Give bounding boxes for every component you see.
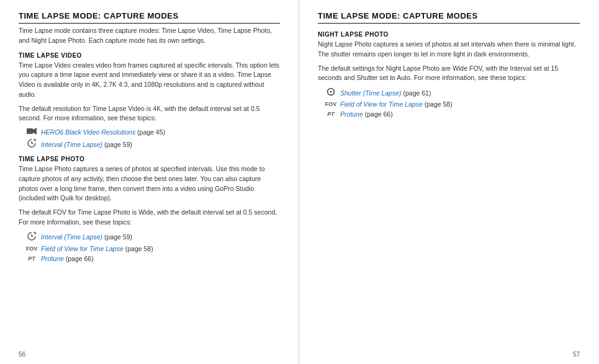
interval-icon — [25, 139, 38, 149]
interval-icon-2 — [25, 232, 38, 242]
topic-protune-nlp: PT Protune (page 66) — [324, 110, 580, 118]
topic-shutter-nlp-page: (page 61) — [403, 89, 431, 97]
topic-hero6-resolutions: HERO6 Black Video Resolutions (page 45) — [25, 128, 280, 136]
topic-interval-tlp: Interval (Time Lapse) (page 59) — [25, 232, 280, 242]
section-time-lapse-photo: TIME LAPSE PHOTO — [19, 156, 280, 162]
tlp-topics: Interval (Time Lapse) (page 59) FOV Fiel… — [25, 232, 280, 262]
tlv-para-1: Time Lapse Video creates video from fram… — [19, 61, 280, 100]
fov-icon: FOV — [25, 246, 38, 252]
right-page-title: TIME LAPSE MODE: CAPTURE MODES — [318, 11, 580, 24]
topic-fov-nlp-link[interactable]: Field of View for Time Lapse — [340, 100, 423, 108]
svg-rect-0 — [27, 128, 33, 134]
topic-shutter-nlp: Shutter (Time Lapse) (page 61) — [324, 87, 580, 98]
topic-interval-tlp-page: (page 59) — [104, 233, 132, 241]
svg-marker-1 — [33, 128, 37, 135]
left-intro-text: Time Lapse mode contains three capture m… — [19, 26, 280, 46]
topic-interval-tlv: Interval (Time Lapse) (page 59) — [25, 139, 280, 149]
topic-hero6-link[interactable]: HERO6 Black Video Resolutions — [41, 128, 135, 136]
nlp-topics: Shutter (Time Lapse) (page 61) FOV Field… — [324, 87, 580, 118]
left-page-title: TIME LAPSE MODE: CAPTURE MODES — [19, 11, 280, 24]
topic-fov-tlp: FOV Field of View for Time Lapse (page 5… — [25, 245, 280, 252]
topic-protune-tlp-page: (page 66) — [66, 255, 94, 262]
topic-interval-tlv-page: (page 59) — [104, 141, 132, 148]
topic-protune-nlp-link[interactable]: Protune — [340, 110, 363, 118]
svg-point-3 — [330, 91, 332, 93]
nlp-para-2: The default settings for Night Lapse Pho… — [318, 64, 580, 84]
topic-interval-tlp-link[interactable]: Interval (Time Lapse) — [41, 233, 102, 241]
fov-icon-2: FOV — [324, 101, 338, 107]
topic-fov-nlp: FOV Field of View for Time Lapse (page 5… — [324, 100, 580, 108]
protune-icon: PT — [25, 255, 38, 262]
topic-interval-tlv-link[interactable]: Interval (Time Lapse) — [41, 141, 102, 148]
left-page-number: 56 — [19, 351, 25, 358]
tlv-para-2: The default resolution for Time Lapse Vi… — [19, 104, 280, 124]
right-page-number: 57 — [573, 351, 580, 358]
left-page: TIME LAPSE MODE: CAPTURE MODES Time Laps… — [0, 0, 299, 364]
topic-shutter-nlp-link[interactable]: Shutter (Time Lapse) — [340, 89, 402, 97]
tlp-para-1: Time Lapse Photo captures a series of ph… — [19, 164, 280, 203]
topic-protune-nlp-page: (page 66) — [365, 110, 393, 118]
right-page: TIME LAPSE MODE: CAPTURE MODES NIGHT LAP… — [299, 0, 598, 364]
protune-icon-2: PT — [324, 111, 338, 117]
section-night-lapse-photo: NIGHT LAPSE PHOTO — [318, 31, 580, 38]
shutter-icon — [324, 87, 338, 98]
topic-hero6-page: (page 45) — [137, 128, 165, 136]
topic-protune-tlp-link[interactable]: Protune — [41, 255, 64, 262]
tlv-topics: HERO6 Black Video Resolutions (page 45) … — [25, 128, 280, 149]
nlp-para-1: Night Lapse Photo captures a series of p… — [318, 40, 580, 60]
topic-fov-nlp-page: (page 58) — [425, 100, 453, 108]
topic-protune-tlp: PT Protune (page 66) — [25, 255, 280, 262]
video-icon — [25, 128, 38, 136]
section-time-lapse-video: TIME LAPSE VIDEO — [19, 52, 280, 59]
tlp-para-2: The default FOV for Time Lapse Photo is … — [19, 208, 280, 228]
topic-fov-tlp-link[interactable]: Field of View for Time Lapse — [41, 245, 124, 252]
topic-fov-tlp-page: (page 58) — [125, 245, 153, 252]
